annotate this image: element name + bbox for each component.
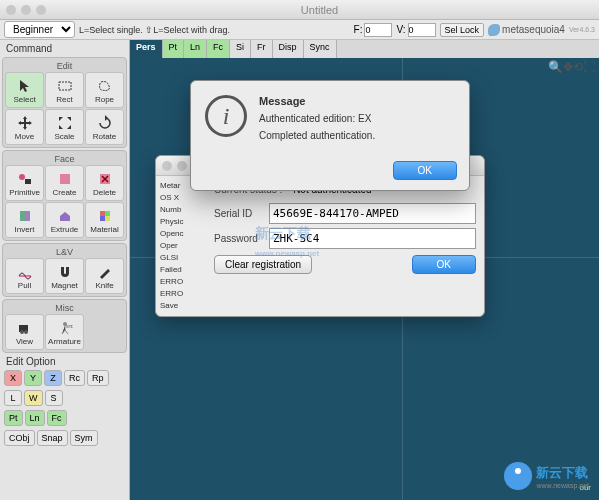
move-tool[interactable]: Move bbox=[5, 109, 44, 145]
magnet-tool[interactable]: Magnet bbox=[45, 258, 84, 294]
xyz-chips: X Y Z Rc Rp bbox=[2, 368, 127, 388]
tab-fr[interactable]: Fr bbox=[251, 40, 273, 58]
extrude-tool[interactable]: Extrude bbox=[45, 202, 84, 238]
scale-tool[interactable]: Scale bbox=[45, 109, 84, 145]
f-input[interactable] bbox=[364, 23, 392, 37]
extrude-icon bbox=[57, 207, 73, 225]
v-input[interactable] bbox=[408, 23, 436, 37]
chip-z[interactable]: Z bbox=[44, 370, 62, 386]
material-tool[interactable]: Material bbox=[85, 202, 124, 238]
ptlnfc-chips: Pt Ln Fc bbox=[2, 408, 127, 428]
misc-section: Misc View STDArmature bbox=[2, 299, 127, 353]
command-header: Command bbox=[2, 42, 127, 55]
chip-cobj[interactable]: CObj bbox=[4, 430, 35, 446]
msg-header: Message bbox=[259, 95, 455, 107]
chip-pt[interactable]: Pt bbox=[4, 410, 23, 426]
knife-icon bbox=[97, 263, 113, 281]
face-section: Face Primitive Create Delete Invert Extr… bbox=[2, 150, 127, 241]
rope-tool[interactable]: Rope bbox=[85, 72, 124, 108]
view-tool[interactable]: View bbox=[5, 314, 44, 350]
create-tool[interactable]: Create bbox=[45, 165, 84, 201]
invert-icon bbox=[17, 207, 33, 225]
lws-chips: L W S bbox=[2, 388, 127, 408]
magnet-icon bbox=[57, 263, 73, 281]
sel-lock-button[interactable]: Sel Lock bbox=[440, 23, 485, 37]
chip-snap[interactable]: Snap bbox=[37, 430, 68, 446]
window-title: Untitled bbox=[46, 4, 593, 16]
msg-line1: Authenticated edition: EX bbox=[259, 113, 455, 124]
invert-tool[interactable]: Invert bbox=[5, 202, 44, 238]
chip-sym[interactable]: Sym bbox=[70, 430, 98, 446]
tab-sync[interactable]: Sync bbox=[304, 40, 337, 58]
chip-x[interactable]: X bbox=[4, 370, 22, 386]
svg-point-10 bbox=[20, 330, 24, 334]
armature-icon: STD bbox=[57, 319, 73, 337]
logo-icon bbox=[488, 24, 500, 36]
svg-text:STD: STD bbox=[66, 324, 73, 329]
sidebar: Command Edit Select Rect Rope Move Scale… bbox=[0, 40, 130, 500]
reg-ok-button[interactable]: OK bbox=[412, 255, 476, 274]
move-icon bbox=[17, 114, 33, 132]
tab-pers[interactable]: Pers bbox=[130, 40, 163, 58]
edit-option-header: Edit Option bbox=[2, 355, 127, 368]
camera-icon bbox=[17, 319, 33, 337]
lv-section: L&V Pull Magnet Knife bbox=[2, 243, 127, 297]
svg-rect-7 bbox=[100, 216, 105, 221]
tab-fc[interactable]: Fc bbox=[207, 40, 230, 58]
select-tool[interactable]: Select bbox=[5, 72, 44, 108]
svg-rect-6 bbox=[105, 211, 110, 216]
f-field: F: bbox=[354, 23, 393, 37]
tab-pt[interactable]: Pt bbox=[163, 40, 185, 58]
rect-tool[interactable]: Rect bbox=[45, 72, 84, 108]
rotate-icon bbox=[97, 114, 113, 132]
watermark-corner: 新云下载 www.newasp.net bbox=[504, 462, 589, 490]
primitive-tool[interactable]: Primitive bbox=[5, 165, 44, 201]
chip-l[interactable]: L bbox=[4, 390, 22, 406]
reg-info-panel: MetarOS X NumbPhysic OpencOper GLSIFaile… bbox=[156, 176, 206, 316]
pull-icon bbox=[17, 263, 33, 281]
tab-ln[interactable]: Ln bbox=[184, 40, 207, 58]
serial-label: Serial ID bbox=[214, 208, 269, 219]
toolbar: Beginner L=Select single. ⇧L=Select with… bbox=[0, 20, 599, 40]
pull-tool[interactable]: Pull bbox=[5, 258, 44, 294]
level-dropdown[interactable]: Beginner bbox=[4, 21, 75, 38]
obj-chips: CObj Snap Sym bbox=[2, 428, 127, 448]
tab-si[interactable]: Si bbox=[230, 40, 251, 58]
svg-rect-8 bbox=[105, 216, 110, 221]
rotate-tool[interactable]: Rotate bbox=[85, 109, 124, 145]
svg-rect-0 bbox=[59, 82, 71, 90]
edit-section: Edit Select Rect Rope Move Scale Rotate bbox=[2, 57, 127, 148]
svg-rect-5 bbox=[100, 211, 105, 216]
password-input[interactable] bbox=[269, 228, 476, 249]
rope-icon bbox=[97, 77, 113, 95]
window-controls[interactable] bbox=[6, 5, 46, 15]
titlebar: Untitled bbox=[0, 0, 599, 20]
msg-line2: Completed authentication. bbox=[259, 130, 455, 141]
chip-rc[interactable]: Rc bbox=[64, 370, 85, 386]
cursor-icon bbox=[17, 77, 33, 95]
delete-tool[interactable]: Delete bbox=[85, 165, 124, 201]
armature-tool[interactable]: STDArmature bbox=[45, 314, 84, 350]
view-tabs: Pers Pt Ln Fc Si Fr Disp Sync bbox=[130, 40, 599, 58]
chip-fc[interactable]: Fc bbox=[47, 410, 67, 426]
hint-text: L=Select single. ⇧L=Select with drag. bbox=[79, 25, 230, 35]
primitive-icon bbox=[17, 170, 33, 188]
svg-rect-2 bbox=[25, 179, 31, 184]
version-text: Ver4.6.3 bbox=[569, 26, 595, 33]
serial-input[interactable] bbox=[269, 203, 476, 224]
svg-rect-3 bbox=[60, 174, 70, 184]
scale-icon bbox=[57, 114, 73, 132]
chip-s[interactable]: S bbox=[45, 390, 63, 406]
message-dialog: i Message Authenticated edition: EX Comp… bbox=[190, 80, 470, 191]
chip-y[interactable]: Y bbox=[24, 370, 42, 386]
rect-icon bbox=[57, 77, 73, 95]
chip-rp[interactable]: Rp bbox=[87, 370, 109, 386]
msg-ok-button[interactable]: OK bbox=[393, 161, 457, 180]
tab-disp[interactable]: Disp bbox=[273, 40, 304, 58]
material-icon bbox=[97, 207, 113, 225]
clear-registration-button[interactable]: Clear registration bbox=[214, 255, 312, 274]
knife-tool[interactable]: Knife bbox=[85, 258, 124, 294]
delete-icon bbox=[97, 170, 113, 188]
chip-ln[interactable]: Ln bbox=[25, 410, 45, 426]
chip-w[interactable]: W bbox=[24, 390, 43, 406]
